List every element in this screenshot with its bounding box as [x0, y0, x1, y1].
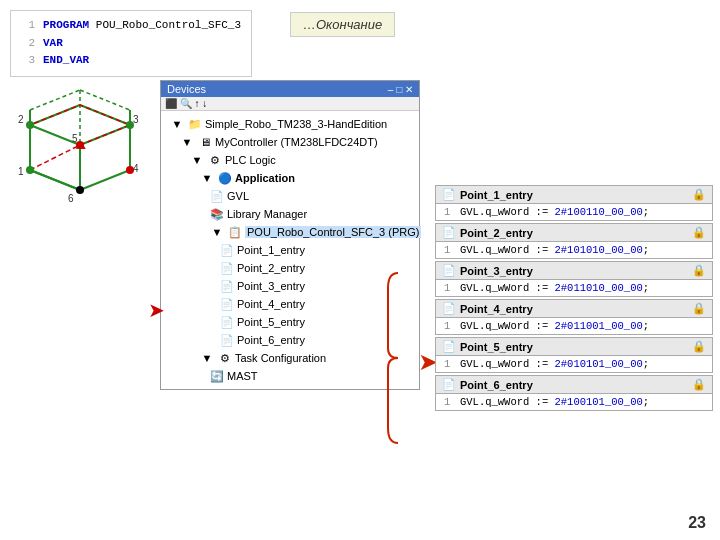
entry-header-5: 📄 Point_5_entry 🔒 [436, 338, 712, 356]
svg-text:2: 2 [18, 114, 24, 125]
entry-body-6: 1 GVL.q_wWord := 2#100101_00_00; [436, 394, 712, 410]
entry-header-2: 📄 Point_2_entry 🔒 [436, 224, 712, 242]
tree-item-gvl[interactable]: 📄 GVL [161, 187, 419, 205]
point2-icon: 📄 [219, 260, 235, 276]
svg-line-7 [30, 170, 80, 190]
entry-header-3: 📄 Point_3_entry 🔒 [436, 262, 712, 280]
entry-lock-1: 🔒 [692, 188, 706, 201]
controller-icon: 🖥 [197, 134, 213, 150]
entry-lock-4: 🔒 [692, 302, 706, 315]
tree-item-application[interactable]: ▼ 🔵 Application [161, 169, 419, 187]
svg-point-16 [26, 166, 34, 174]
entry-panel-4: 📄 Point_4_entry 🔒 1 GVL.q_wWord := 2#011… [435, 299, 713, 335]
tree-item-point5[interactable]: 📄 Point_5_entry [161, 313, 419, 331]
pou-icon: 📋 [227, 224, 243, 240]
tree-item-plc[interactable]: ▼ ⚙ PLC Logic [161, 151, 419, 169]
expand-icon-5: ▼ [209, 224, 225, 240]
expand-icon-6: ▼ [199, 350, 215, 366]
point3-icon: 📄 [219, 278, 235, 294]
entry-icon-4: 📄 [442, 302, 456, 315]
tree-item-root[interactable]: ▼ 📁 Simple_Robo_TM238_3-HandEdition [161, 115, 419, 133]
task-icon: ⚙ [217, 350, 233, 366]
entry-lock-5: 🔒 [692, 340, 706, 353]
tree-item-task[interactable]: ▼ ⚙ Task Configuration [161, 349, 419, 367]
entry-panel-5: 📄 Point_5_entry 🔒 1 GVL.q_wWord := 2#010… [435, 337, 713, 373]
plc-label: PLC Logic [225, 154, 276, 166]
entries-area: 📄 Point_1_entry 🔒 1 GVL.q_wWord := 2#100… [435, 185, 713, 411]
svg-text:4: 4 [133, 163, 139, 174]
entry-body-1: 1 GVL.q_wWord := 2#100110_00_00; [436, 204, 712, 220]
gvl-icon: 📄 [209, 188, 225, 204]
tree-item-point1[interactable]: 📄 Point_1_entry [161, 241, 419, 259]
code-block: 1 PROGRAM POU_Robo_Control_SFC_3 2 VAR 3… [10, 10, 252, 77]
svg-point-17 [76, 186, 84, 194]
mast-label: MAST [227, 370, 258, 382]
entry-title-2: Point_2_entry [460, 227, 533, 239]
entry-body-3: 1 GVL.q_wWord := 2#011010_00_00; [436, 280, 712, 296]
entry-panel-2: 📄 Point_2_entry 🔒 1 GVL.q_wWord := 2#101… [435, 223, 713, 259]
entry-icon-6: 📄 [442, 378, 456, 391]
tree-item-point2[interactable]: 📄 Point_2_entry [161, 259, 419, 277]
tree-item-point3[interactable]: 📄 Point_3_entry [161, 277, 419, 295]
pou-label: POU_Robo_Control_SFC_3 (PRG) [245, 226, 421, 238]
devices-title: Devices [167, 83, 206, 95]
expand-icon-4: ▼ [199, 170, 215, 186]
application-label: Application [235, 172, 295, 184]
devices-title-bar: Devices – □ ✕ [161, 81, 419, 97]
entry-body-2: 1 GVL.q_wWord := 2#101010_00_00; [436, 242, 712, 258]
entry-title-5: Point_5_entry [460, 341, 533, 353]
root-label: Simple_Robo_TM238_3-HandEdition [205, 118, 387, 130]
devices-panel: Devices – □ ✕ ⬛ 🔍 ↑ ↓ ▼ 📁 Simple_Robo_TM… [160, 80, 420, 390]
entry-panel-3: 📄 Point_3_entry 🔒 1 GVL.q_wWord := 2#011… [435, 261, 713, 297]
point1-icon: 📄 [219, 242, 235, 258]
tree-item-controller[interactable]: ▼ 🖥 MyController (TM238LFDC24DT) [161, 133, 419, 151]
ending-label: …Окончание [290, 12, 395, 37]
library-icon: 📚 [209, 206, 225, 222]
entry-icon-2: 📄 [442, 226, 456, 239]
entry-panel-1: 📄 Point_1_entry 🔒 1 GVL.q_wWord := 2#100… [435, 185, 713, 221]
svg-line-4 [80, 170, 130, 190]
app-icon: 🔵 [217, 170, 233, 186]
entry-lock-6: 🔒 [692, 378, 706, 391]
point6-icon: 📄 [219, 332, 235, 348]
tree-item-library[interactable]: 📚 Library Manager [161, 205, 419, 223]
tree-item-point6[interactable]: 📄 Point_6_entry [161, 331, 419, 349]
entry-lock-3: 🔒 [692, 264, 706, 277]
tree-item-mast[interactable]: 🔄 MAST [161, 367, 419, 385]
entry-header-1: 📄 Point_1_entry 🔒 [436, 186, 712, 204]
expand-icon-3: ▼ [189, 152, 205, 168]
point6-label: Point_6_entry [237, 334, 305, 346]
library-label: Library Manager [227, 208, 307, 220]
tree-item-point4[interactable]: 📄 Point_4_entry [161, 295, 419, 313]
svg-text:1: 1 [18, 166, 24, 177]
entry-body-5: 1 GVL.q_wWord := 2#010101_00_00; [436, 356, 712, 372]
entry-icon-5: 📄 [442, 340, 456, 353]
entry-lock-2: 🔒 [692, 226, 706, 239]
entry-title-3: Point_3_entry [460, 265, 533, 277]
svg-text:3: 3 [133, 114, 139, 125]
point1-label: Point_1_entry [237, 244, 305, 256]
svg-point-21 [26, 121, 34, 129]
entry-title-1: Point_1_entry [460, 189, 533, 201]
point4-label: Point_4_entry [237, 298, 305, 310]
devices-controls: – □ ✕ [388, 84, 413, 95]
entry-title-6: Point_6_entry [460, 379, 533, 391]
expand-icon-2: ▼ [179, 134, 195, 150]
mast-icon: 🔄 [209, 368, 225, 384]
page-number: 23 [688, 514, 706, 532]
entry-title-4: Point_4_entry [460, 303, 533, 315]
devices-toolbar: ⬛ 🔍 ↑ ↓ [161, 97, 419, 111]
svg-text:6: 6 [68, 193, 74, 204]
point5-label: Point_5_entry [237, 316, 305, 328]
entry-icon-1: 📄 [442, 188, 456, 201]
tree-item-pou[interactable]: ▼ 📋 POU_Robo_Control_SFC_3 (PRG) [161, 223, 419, 241]
tree-container: ▼ 📁 Simple_Robo_TM238_3-HandEdition ▼ 🖥 … [161, 111, 419, 389]
point3-label: Point_3_entry [237, 280, 305, 292]
controller-label: MyController (TM238LFDC24DT) [215, 136, 378, 148]
point4-icon: 📄 [219, 296, 235, 312]
plc-icon: ⚙ [207, 152, 223, 168]
gvl-label: GVL [227, 190, 249, 202]
entry-header-4: 📄 Point_4_entry 🔒 [436, 300, 712, 318]
expand-icon: ▼ [169, 116, 185, 132]
entry-icon-3: 📄 [442, 264, 456, 277]
